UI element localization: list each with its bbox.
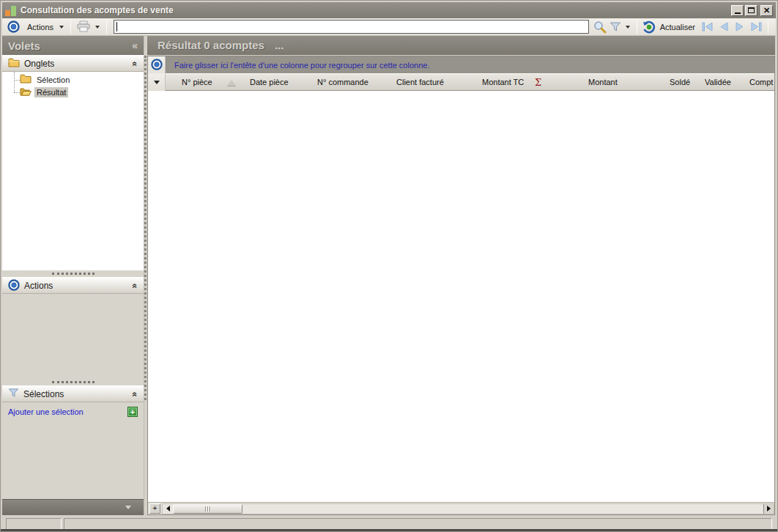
volets-header: Volets « — [2, 36, 144, 55]
actions-menu-button[interactable]: Actions — [27, 23, 53, 32]
folder-icon — [8, 58, 20, 69]
refresh-icon[interactable] — [642, 21, 656, 34]
toolbar-separator — [70, 21, 71, 34]
grid-target-icon — [151, 59, 163, 72]
collapse-sidebar-button[interactable]: « — [132, 40, 138, 51]
volets-title: Volets — [8, 40, 40, 52]
collapse-onglets-icon[interactable]: « — [130, 61, 141, 66]
filter-icon[interactable] — [610, 21, 621, 33]
row-selector-header[interactable] — [148, 73, 166, 91]
column-header-montant[interactable]: Montant — [588, 78, 618, 86]
grid-corner — [148, 56, 166, 73]
chevron-down-icon — [154, 81, 160, 84]
folder-open-icon — [20, 86, 32, 97]
nav-previous-button[interactable] — [716, 20, 732, 34]
tree-connector — [14, 92, 20, 93]
nav-first-button[interactable] — [700, 20, 716, 34]
column-header-solde[interactable]: Soldé — [670, 78, 690, 86]
tree-item-label: Résultat — [34, 87, 68, 97]
tree-connector — [14, 80, 20, 81]
group-by-hint: Faire glisser ici l'entête d'une colonne… — [174, 61, 429, 70]
nav-next-button[interactable] — [732, 20, 748, 34]
add-selection-button[interactable]: + — [127, 407, 138, 417]
actions-dropdown-icon[interactable] — [59, 26, 64, 29]
sum-sigma-icon[interactable]: Σ — [535, 77, 541, 88]
result-header: Résultat 0 acomptes ... — [147, 36, 775, 55]
search-input[interactable] — [114, 20, 589, 34]
tree-item-selection[interactable]: Sélection — [20, 73, 72, 86]
toolbar-separator — [106, 21, 107, 34]
splitter-handle[interactable] — [2, 379, 144, 385]
splitter-handle[interactable] — [2, 270, 144, 277]
grid-scroll-row: + — [148, 502, 774, 514]
column-header-montant-tc[interactable]: Montant TC — [482, 78, 524, 86]
collapse-actions-icon[interactable]: « — [130, 283, 141, 288]
minimize-button[interactable] — [731, 5, 744, 16]
column-header-validee[interactable]: Validée — [705, 78, 731, 86]
print-dropdown-icon[interactable] — [95, 26, 100, 29]
scroll-left-button[interactable] — [163, 504, 173, 514]
add-row-button[interactable]: + — [149, 503, 160, 514]
actions-section-header[interactable]: Actions « — [2, 277, 144, 294]
tree-item-resultat[interactable]: Résultat — [20, 86, 68, 98]
onglets-section-label: Onglets — [24, 59, 54, 69]
actions-section-body — [2, 294, 144, 379]
add-selection-link[interactable]: Ajouter une sélection — [8, 407, 84, 416]
folder-icon — [20, 74, 32, 85]
scrollbar-thumb[interactable] — [173, 504, 242, 514]
close-button[interactable]: ✕ — [760, 5, 773, 16]
selections-section-label: Sélections — [23, 389, 64, 399]
filter-icon — [8, 388, 19, 400]
main-panel: Résultat 0 acomptes ... Faire glisser ic… — [147, 36, 775, 515]
status-cell-right — [64, 518, 772, 530]
column-headers: N° pièce Date pièce N° commande Client f… — [166, 73, 774, 91]
tree-connector — [14, 72, 15, 92]
column-header-commande[interactable]: N° commande — [317, 78, 368, 86]
sort-ascending-icon[interactable] — [227, 80, 236, 86]
nav-last-button[interactable] — [748, 20, 764, 34]
result-title: Résultat 0 acomptes — [158, 36, 264, 55]
tree-item-label: Sélection — [34, 75, 72, 85]
selections-section-header[interactable]: Sélections « — [2, 385, 144, 402]
sidebar-volets: Volets « Onglets « — [2, 36, 144, 515]
sidebar-bottom-dropdown[interactable] — [2, 499, 144, 515]
selections-section-body: Ajouter une sélection + — [2, 402, 144, 499]
group-by-bar[interactable]: Faire glisser ici l'entête d'une colonne… — [166, 56, 774, 73]
app-icon — [5, 5, 16, 16]
refresh-button[interactable]: Actualiser — [660, 23, 695, 32]
chevron-down-icon — [125, 506, 131, 509]
toolbar-separator — [637, 21, 637, 34]
collapse-selections-icon[interactable]: « — [130, 391, 141, 396]
grid-body-empty — [148, 91, 774, 502]
actions-section-label: Actions — [24, 281, 53, 291]
print-button[interactable] — [76, 21, 91, 33]
search-icon[interactable] — [593, 21, 607, 34]
onglets-tree: Sélection Résultat — [2, 72, 144, 270]
toolbar-separator — [768, 21, 768, 34]
column-header-compta[interactable]: Compt — [749, 78, 773, 86]
maximize-button[interactable] — [745, 5, 757, 16]
column-header-date-piece[interactable]: Date pièce — [250, 78, 289, 86]
app-window: Consultation des acomptes de vente ✕ Act… — [0, 0, 778, 532]
window-edge — [1, 529, 777, 531]
onglets-section-header[interactable]: Onglets « — [2, 55, 144, 72]
actions-target-icon — [7, 21, 20, 33]
column-header-piece[interactable]: N° pièce — [182, 78, 212, 86]
text-caret — [116, 22, 117, 32]
result-title-suffix: ... — [275, 36, 284, 55]
horizontal-scrollbar[interactable] — [162, 503, 774, 514]
window-title: Consultation des acomptes de vente — [21, 5, 174, 15]
scroll-right-button[interactable] — [763, 504, 774, 514]
results-grid: Faire glisser ici l'entête d'une colonne… — [147, 56, 775, 515]
status-cell-left — [6, 518, 62, 530]
filter-dropdown-icon[interactable] — [626, 26, 630, 29]
toolbar: Actions — [2, 18, 776, 36]
actions-target-icon — [8, 279, 20, 292]
column-header-client-facture[interactable]: Client facturé — [396, 78, 444, 86]
title-bar[interactable]: Consultation des acomptes de vente ✕ — [2, 2, 776, 18]
